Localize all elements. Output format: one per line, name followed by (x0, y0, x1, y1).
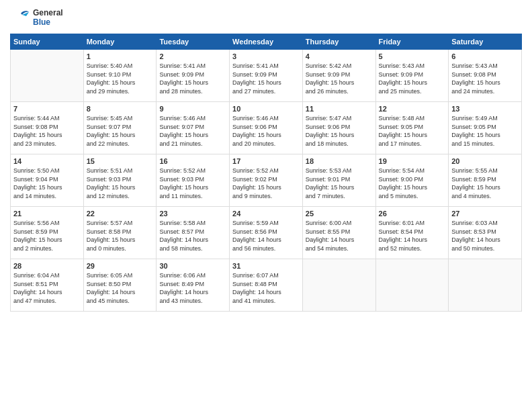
calendar-cell: 24Sunrise: 5:59 AM Sunset: 8:56 PM Dayli… (230, 207, 303, 259)
calendar-cell: 15Sunrise: 5:51 AM Sunset: 9:03 PM Dayli… (83, 154, 157, 207)
day-number: 2 (159, 52, 226, 60)
cell-content: Sunrise: 5:45 AM Sunset: 9:07 PM Dayligh… (87, 114, 154, 148)
calendar-cell: 11Sunrise: 5:47 AM Sunset: 9:06 PM Dayli… (302, 102, 375, 154)
calendar-cell: 16Sunrise: 5:52 AM Sunset: 9:03 PM Dayli… (157, 154, 230, 207)
cell-content: Sunrise: 5:56 AM Sunset: 8:59 PM Dayligh… (13, 219, 81, 253)
cell-content: Sunrise: 5:41 AM Sunset: 9:09 PM Dayligh… (159, 62, 226, 95)
calendar-week-2: 7Sunrise: 5:44 AM Sunset: 9:08 PM Daylig… (11, 102, 522, 154)
page-header: General Blue (10, 7, 522, 28)
day-number: 3 (232, 52, 300, 60)
cell-content: Sunrise: 5:44 AM Sunset: 9:08 PM Dayligh… (13, 114, 81, 148)
day-number: 19 (379, 157, 446, 165)
calendar-cell: 5Sunrise: 5:43 AM Sunset: 9:09 PM Daylig… (375, 50, 449, 102)
header-sunday: Sunday (11, 34, 84, 50)
logo-bird-icon (10, 7, 32, 28)
day-number: 12 (379, 105, 446, 113)
day-number: 9 (159, 105, 226, 113)
day-number: 5 (379, 52, 446, 60)
calendar-week-4: 21Sunrise: 5:56 AM Sunset: 8:59 PM Dayli… (11, 207, 522, 259)
calendar-cell: 8Sunrise: 5:45 AM Sunset: 9:07 PM Daylig… (83, 102, 157, 154)
day-number: 26 (379, 210, 446, 218)
calendar-header-row: SundayMondayTuesdayWednesdayThursdayFrid… (11, 34, 522, 50)
day-number: 25 (306, 210, 373, 218)
cell-content: Sunrise: 5:50 AM Sunset: 9:04 PM Dayligh… (13, 167, 81, 200)
logo-text-general: General (33, 8, 63, 17)
calendar-cell: 10Sunrise: 5:46 AM Sunset: 9:06 PM Dayli… (230, 102, 303, 154)
cell-content: Sunrise: 6:04 AM Sunset: 8:51 PM Dayligh… (13, 271, 81, 305)
cell-content: Sunrise: 5:49 AM Sunset: 9:05 PM Dayligh… (451, 114, 519, 148)
day-number: 30 (159, 262, 226, 270)
day-number: 14 (13, 157, 81, 165)
calendar-cell: 23Sunrise: 5:58 AM Sunset: 8:57 PM Dayli… (157, 207, 230, 259)
cell-content: Sunrise: 5:43 AM Sunset: 9:08 PM Dayligh… (451, 62, 519, 95)
day-number: 8 (87, 105, 154, 113)
logo-text-blue: Blue (33, 17, 63, 27)
cell-content: Sunrise: 5:46 AM Sunset: 9:06 PM Dayligh… (232, 114, 300, 148)
cell-content: Sunrise: 5:48 AM Sunset: 9:05 PM Dayligh… (379, 114, 446, 148)
cell-content: Sunrise: 6:03 AM Sunset: 8:53 PM Dayligh… (451, 219, 519, 253)
header-monday: Monday (83, 34, 157, 50)
day-number: 6 (451, 52, 519, 60)
calendar-cell: 2Sunrise: 5:41 AM Sunset: 9:09 PM Daylig… (157, 50, 230, 102)
calendar-cell: 27Sunrise: 6:03 AM Sunset: 8:53 PM Dayli… (449, 207, 522, 259)
calendar-cell: 29Sunrise: 6:05 AM Sunset: 8:50 PM Dayli… (83, 259, 157, 312)
cell-content: Sunrise: 5:51 AM Sunset: 9:03 PM Dayligh… (87, 167, 154, 200)
day-number: 21 (13, 210, 81, 218)
day-number: 28 (13, 262, 81, 270)
day-number: 23 (159, 210, 226, 218)
day-number: 13 (451, 105, 519, 113)
calendar-cell: 3Sunrise: 5:41 AM Sunset: 9:09 PM Daylig… (230, 50, 303, 102)
calendar-cell: 25Sunrise: 6:00 AM Sunset: 8:55 PM Dayli… (302, 207, 375, 259)
header-thursday: Thursday (302, 34, 375, 50)
header-tuesday: Tuesday (157, 34, 230, 50)
calendar-cell: 19Sunrise: 5:54 AM Sunset: 9:00 PM Dayli… (375, 154, 449, 207)
calendar-cell: 21Sunrise: 5:56 AM Sunset: 8:59 PM Dayli… (11, 207, 84, 259)
day-number: 15 (87, 157, 154, 165)
day-number: 31 (232, 262, 300, 270)
cell-content: Sunrise: 5:58 AM Sunset: 8:57 PM Dayligh… (159, 219, 226, 253)
logo: General Blue (10, 7, 63, 28)
cell-content: Sunrise: 5:41 AM Sunset: 9:09 PM Dayligh… (232, 62, 300, 95)
calendar-cell: 7Sunrise: 5:44 AM Sunset: 9:08 PM Daylig… (11, 102, 84, 154)
cell-content: Sunrise: 5:46 AM Sunset: 9:07 PM Dayligh… (159, 114, 226, 148)
cell-content: Sunrise: 5:52 AM Sunset: 9:02 PM Dayligh… (232, 167, 300, 200)
calendar-cell (449, 259, 522, 312)
cell-content: Sunrise: 5:57 AM Sunset: 8:58 PM Dayligh… (87, 219, 154, 253)
calendar-cell: 30Sunrise: 6:06 AM Sunset: 8:49 PM Dayli… (157, 259, 230, 312)
calendar-cell (375, 259, 449, 312)
cell-content: Sunrise: 6:07 AM Sunset: 8:48 PM Dayligh… (232, 271, 300, 305)
day-number: 17 (232, 157, 300, 165)
calendar-cell: 18Sunrise: 5:53 AM Sunset: 9:01 PM Dayli… (302, 154, 375, 207)
header-wednesday: Wednesday (230, 34, 303, 50)
day-number: 22 (87, 210, 154, 218)
calendar-cell: 28Sunrise: 6:04 AM Sunset: 8:51 PM Dayli… (11, 259, 84, 312)
calendar-cell: 1Sunrise: 5:40 AM Sunset: 9:10 PM Daylig… (83, 50, 157, 102)
calendar-cell: 31Sunrise: 6:07 AM Sunset: 8:48 PM Dayli… (230, 259, 303, 312)
cell-content: Sunrise: 6:00 AM Sunset: 8:55 PM Dayligh… (306, 219, 373, 253)
day-number: 4 (306, 52, 373, 60)
cell-content: Sunrise: 5:40 AM Sunset: 9:10 PM Dayligh… (87, 62, 154, 95)
day-number: 29 (87, 262, 154, 270)
header-saturday: Saturday (449, 34, 522, 50)
cell-content: Sunrise: 6:06 AM Sunset: 8:49 PM Dayligh… (159, 271, 226, 305)
cell-content: Sunrise: 5:55 AM Sunset: 8:59 PM Dayligh… (451, 167, 519, 200)
header-friday: Friday (375, 34, 449, 50)
day-number: 27 (451, 210, 519, 218)
calendar-week-1: 1Sunrise: 5:40 AM Sunset: 9:10 PM Daylig… (11, 50, 522, 102)
day-number: 16 (159, 157, 226, 165)
calendar-body: 1Sunrise: 5:40 AM Sunset: 9:10 PM Daylig… (11, 50, 522, 312)
cell-content: Sunrise: 6:05 AM Sunset: 8:50 PM Dayligh… (87, 271, 154, 305)
day-number: 24 (232, 210, 300, 218)
day-number: 7 (13, 105, 81, 113)
day-number: 11 (306, 105, 373, 113)
cell-content: Sunrise: 6:01 AM Sunset: 8:54 PM Dayligh… (379, 219, 446, 253)
cell-content: Sunrise: 5:47 AM Sunset: 9:06 PM Dayligh… (306, 114, 373, 148)
day-number: 18 (306, 157, 373, 165)
day-number: 20 (451, 157, 519, 165)
calendar-cell: 6Sunrise: 5:43 AM Sunset: 9:08 PM Daylig… (449, 50, 522, 102)
day-number: 10 (232, 105, 300, 113)
day-number: 1 (87, 52, 154, 60)
calendar-cell: 13Sunrise: 5:49 AM Sunset: 9:05 PM Dayli… (449, 102, 522, 154)
calendar-cell: 17Sunrise: 5:52 AM Sunset: 9:02 PM Dayli… (230, 154, 303, 207)
calendar-cell: 20Sunrise: 5:55 AM Sunset: 8:59 PM Dayli… (449, 154, 522, 207)
